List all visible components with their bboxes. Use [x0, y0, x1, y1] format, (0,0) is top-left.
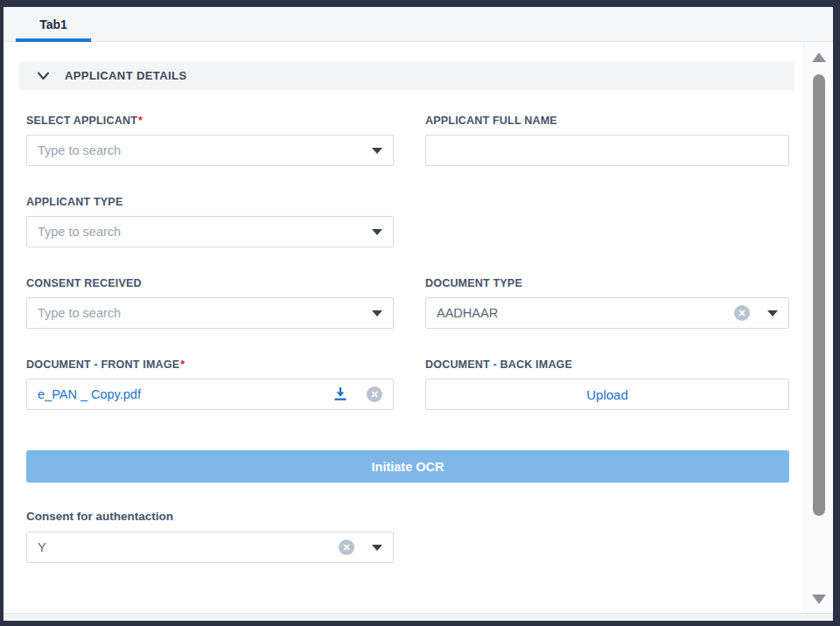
form-row: DOCUMENT - FRONT IMAGE* e_PAN _ Copy.pdf [26, 358, 789, 410]
select-applicant-dropdown[interactable]: Type to search [26, 135, 394, 166]
applicant-type-dropdown[interactable]: Type to search [26, 216, 394, 247]
required-asterisk: * [180, 358, 185, 371]
consent-received-group: CONSENT RECEIVED Type to search [26, 277, 394, 329]
window-frame: Tab1 APPLICANT DETAILS [0, 0, 840, 626]
scroll-up-arrow-icon[interactable] [812, 52, 826, 62]
consent-authentication-value: Y [38, 540, 46, 554]
body-row: APPLICANT DETAILS SELECT APPLICANT* Type… [4, 42, 833, 613]
consent-authentication-group: Consent for authentaction Y ✕ [26, 510, 394, 563]
label-text: DOCUMENT - FRONT IMAGE [26, 358, 179, 371]
clear-icon[interactable]: ✕ [367, 386, 382, 402]
app-panel: Tab1 APPLICANT DETAILS [4, 7, 833, 621]
applicant-type-placeholder: Type to search [38, 225, 121, 239]
label-text: DOCUMENT - BACK IMAGE [425, 358, 572, 371]
applicant-full-name-label: APPLICANT FULL NAME [425, 115, 789, 127]
applicant-type-label: APPLICANT TYPE [26, 196, 394, 208]
tab-bar: Tab1 [4, 7, 833, 42]
consent-authentication-label: Consent for authentaction [26, 510, 394, 523]
applicant-full-name-box [425, 135, 789, 166]
scrollbar-thumb[interactable] [813, 74, 825, 516]
document-back-image-group: DOCUMENT - BACK IMAGE Upload [425, 358, 789, 410]
consent-received-dropdown[interactable]: Type to search [26, 297, 394, 329]
uploaded-file-link[interactable]: e_PAN _ Copy.pdf [38, 387, 141, 401]
applicant-form: SELECT APPLICANT* Type to search APPLICA… [26, 115, 789, 563]
section-title: APPLICANT DETAILS [65, 69, 186, 82]
applicant-type-group: APPLICANT TYPE Type to search [26, 196, 394, 247]
chevron-down-icon[interactable] [767, 310, 778, 316]
applicant-full-name-input[interactable] [437, 136, 778, 165]
chevron-down-icon[interactable] [372, 310, 382, 316]
document-front-image-group: DOCUMENT - FRONT IMAGE* e_PAN _ Copy.pdf [26, 358, 394, 410]
document-type-dropdown[interactable]: AADHAAR ✕ [425, 297, 789, 329]
download-icon[interactable] [333, 387, 347, 401]
chevron-down-icon[interactable] [372, 545, 382, 551]
active-tab-indicator [16, 38, 91, 42]
scroll-down-arrow-icon[interactable] [812, 595, 826, 604]
required-asterisk: * [138, 115, 143, 127]
tab-tab1[interactable]: Tab1 [16, 7, 91, 41]
document-type-label: DOCUMENT TYPE [425, 277, 789, 289]
document-type-group: DOCUMENT TYPE AADHAAR ✕ [425, 277, 789, 329]
consent-received-placeholder: Type to search [38, 306, 121, 320]
select-applicant-label: SELECT APPLICANT* [26, 115, 394, 127]
chevron-down-icon[interactable] [372, 229, 382, 235]
form-row: APPLICANT TYPE Type to search [26, 196, 789, 247]
document-back-image-upload[interactable]: Upload [425, 379, 789, 410]
document-back-image-label: DOCUMENT - BACK IMAGE [425, 358, 789, 371]
select-applicant-placeholder: Type to search [38, 143, 121, 157]
chevron-down-icon [37, 71, 50, 81]
consent-authentication-dropdown[interactable]: Y ✕ [26, 532, 394, 563]
label-text: DOCUMENT TYPE [425, 277, 522, 289]
applicant-full-name-group: APPLICANT FULL NAME [425, 115, 789, 166]
bottom-strip [4, 613, 833, 621]
vertical-scrollbar[interactable] [803, 42, 833, 613]
clear-icon[interactable]: ✕ [734, 305, 750, 321]
form-row: CONSENT RECEIVED Type to search DOCUMENT… [26, 277, 789, 329]
document-type-value: AADHAAR [437, 306, 498, 320]
document-front-image-label: DOCUMENT - FRONT IMAGE* [26, 358, 394, 371]
form-content: APPLICANT DETAILS SELECT APPLICANT* Type… [4, 42, 803, 613]
clear-icon[interactable]: ✕ [339, 539, 354, 555]
select-applicant-group: SELECT APPLICANT* Type to search [26, 115, 394, 166]
label-text: CONSENT RECEIVED [26, 277, 142, 289]
initiate-ocr-button[interactable]: Initiate OCR [26, 450, 789, 483]
label-text: SELECT APPLICANT [26, 115, 137, 127]
label-text: APPLICANT FULL NAME [425, 115, 557, 127]
section-applicant-details[interactable]: APPLICANT DETAILS [19, 61, 794, 90]
label-text: APPLICANT TYPE [26, 196, 122, 208]
upload-link[interactable]: Upload [586, 387, 628, 402]
chevron-down-icon[interactable] [372, 148, 382, 154]
form-row: SELECT APPLICANT* Type to search APPLICA… [26, 115, 789, 166]
consent-received-label: CONSENT RECEIVED [26, 277, 394, 289]
document-front-image-field: e_PAN _ Copy.pdf ✕ [26, 379, 394, 410]
